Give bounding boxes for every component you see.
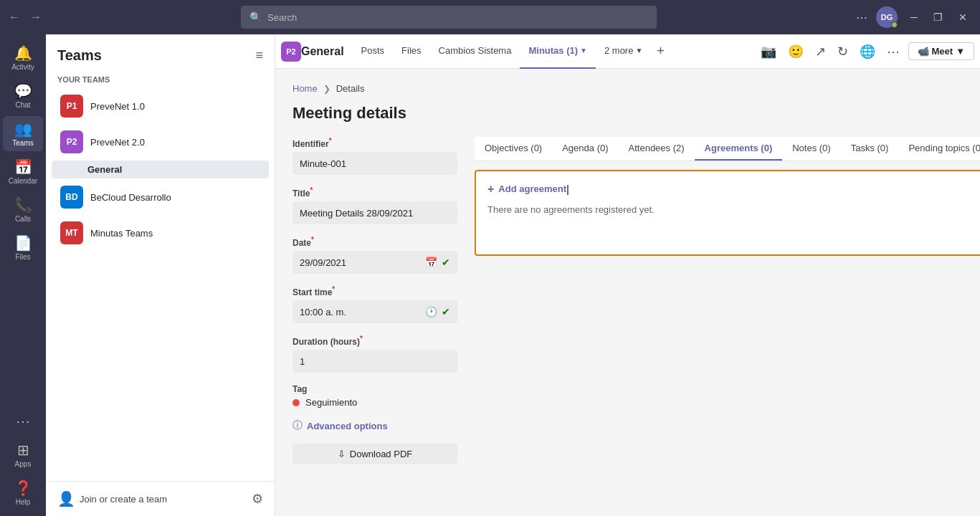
nav-back-button[interactable]: ← bbox=[6, 8, 23, 27]
team-item-becloud[interactable]: BD BeCloud Desarrollo ⋯ bbox=[52, 180, 269, 214]
close-button[interactable]: ✕ bbox=[951, 9, 974, 26]
tab-objectives[interactable]: Objectives (0) bbox=[475, 137, 552, 161]
tag-color-dot bbox=[292, 399, 300, 406]
files-icon: 📄 bbox=[14, 234, 32, 252]
sidebar-item-activity[interactable]: 🔔 Activity bbox=[3, 40, 43, 75]
chat-icon: 💬 bbox=[14, 82, 32, 100]
team-name-becloud: BeCloud Desarrollo bbox=[90, 192, 249, 203]
sidebar-footer: 👤 Join or create a team ⚙ bbox=[46, 481, 275, 516]
app: ← → 🔍 ⋯ DG ─ ❐ ✕ 🔔 Activity bbox=[0, 0, 980, 516]
teams-sidebar: Teams ≡ Your teams P1 PreveNet 1.0 ⋯ P2 … bbox=[46, 34, 275, 516]
agreements-content: + Add agreement There are no agreements … bbox=[475, 161, 980, 264]
breadcrumb-separator: ❯ bbox=[323, 84, 330, 94]
expand-icon[interactable]: ↗ bbox=[812, 41, 829, 62]
more-tab-arrow: ▼ bbox=[635, 47, 642, 54]
advanced-options-label: Advanced options bbox=[307, 421, 388, 431]
sidebar-item-more[interactable]: ⋯ bbox=[3, 408, 43, 434]
add-tab-button[interactable]: + bbox=[651, 44, 670, 59]
tab-cambios[interactable]: Cambios Sistema bbox=[430, 34, 520, 69]
emoji-icon[interactable]: 🙂 bbox=[785, 41, 807, 62]
channel-topbar: P2 General Posts Files Cambios Sistema M… bbox=[275, 34, 980, 69]
no-agreements-text: There are no agreements registered yet. bbox=[487, 204, 980, 215]
tab-more[interactable]: 2 more ▼ bbox=[596, 34, 651, 69]
activity-label: Activity bbox=[11, 63, 34, 71]
image-icon[interactable]: 📷 bbox=[758, 41, 779, 62]
right-panel: Objectives (0) Agenda (0) Attendees (2) … bbox=[475, 137, 980, 464]
tab-attendees[interactable]: Attendees (2) bbox=[619, 137, 695, 161]
details-layout: Identifier* Minute-001 Title* bbox=[292, 137, 963, 464]
sidebar-item-help[interactable]: ❓ Help bbox=[3, 475, 43, 510]
tab-posts[interactable]: Posts bbox=[353, 34, 394, 69]
channel-item-general[interactable]: General bbox=[52, 161, 269, 178]
breadcrumb-home[interactable]: Home bbox=[292, 83, 318, 94]
add-agreement-button[interactable]: + Add agreement bbox=[487, 183, 980, 196]
more-icon: ⋯ bbox=[16, 413, 30, 430]
agreements-panel: + Add agreement There are no agreements … bbox=[475, 170, 980, 256]
tab-notes[interactable]: Notes (0) bbox=[782, 137, 840, 161]
download-pdf-button[interactable]: ⇩ Download PDF bbox=[292, 444, 457, 464]
sidebar-item-teams[interactable]: 👥 Teams bbox=[3, 116, 43, 151]
sidebar-menu-icon[interactable]: ≡ bbox=[255, 48, 263, 63]
breadcrumb-current: Details bbox=[336, 83, 365, 94]
globe-icon[interactable]: 🌐 bbox=[857, 41, 878, 62]
join-team-button[interactable]: 👤 Join or create a team bbox=[57, 490, 167, 507]
title-value: Meeting Details 28/09/2021 bbox=[300, 208, 413, 219]
help-icon: ❓ bbox=[14, 479, 32, 497]
start-time-input[interactable]: 10:00 a. m. 🕐 ✔ bbox=[292, 300, 457, 323]
calls-icon: 📞 bbox=[14, 196, 32, 214]
sidebar-item-calendar[interactable]: 📅 Calendar bbox=[3, 154, 43, 189]
avatar[interactable]: DG bbox=[876, 6, 898, 28]
search-input[interactable] bbox=[267, 12, 648, 23]
tab-files[interactable]: Files bbox=[393, 34, 429, 69]
team-item-minutas[interactable]: MT Minutas Teams ⋯ bbox=[52, 216, 269, 250]
identifier-value: Minute-001 bbox=[300, 158, 346, 169]
sidebar-item-files[interactable]: 📄 Files bbox=[3, 230, 43, 265]
team-name-prevenet1: PreveNet 1.0 bbox=[90, 101, 249, 112]
team-item-prevenet2[interactable]: P2 PreveNet 2.0 ⋯ bbox=[52, 125, 269, 159]
date-input[interactable]: 29/09/2021 📅 ✔ bbox=[292, 251, 457, 274]
date-required: * bbox=[311, 236, 314, 244]
sidebar-settings-icon[interactable]: ⚙ bbox=[252, 491, 263, 507]
date-check-icon: ✔ bbox=[442, 257, 450, 268]
team-item-prevenet1[interactable]: P1 PreveNet 1.0 ⋯ bbox=[52, 89, 269, 123]
search-box[interactable]: 🔍 bbox=[241, 6, 657, 29]
files-label: Files bbox=[15, 253, 30, 261]
avatar-initials: DG bbox=[881, 13, 893, 22]
info-icon: ⓘ bbox=[292, 419, 303, 432]
help-label: Help bbox=[16, 498, 31, 506]
sidebar-item-chat[interactable]: 💬 Chat bbox=[3, 78, 43, 113]
apps-icon: ⊞ bbox=[17, 441, 29, 459]
start-time-required: * bbox=[332, 285, 335, 293]
start-time-label: Start time* bbox=[292, 285, 457, 297]
tab-tasks[interactable]: Tasks (0) bbox=[841, 137, 899, 161]
identifier-input[interactable]: Minute-001 bbox=[292, 152, 457, 175]
sidebar-item-apps[interactable]: ⊞ Apps bbox=[3, 437, 43, 472]
tab-minutas[interactable]: Minutas (1) ▼ bbox=[520, 34, 596, 69]
channel-tabs: Posts Files Cambios Sistema Minutas (1) … bbox=[353, 34, 752, 69]
sidebar-header: Teams ≡ bbox=[46, 34, 275, 71]
title-input[interactable]: Meeting Details 28/09/2021 bbox=[292, 201, 457, 224]
clock-field-icon[interactable]: 🕐 bbox=[425, 306, 437, 317]
meet-button[interactable]: 📹 Meet ▼ bbox=[908, 42, 975, 60]
calendar-field-icon[interactable]: 📅 bbox=[425, 257, 437, 268]
more-options-icon[interactable]: ⋯ bbox=[853, 8, 870, 27]
nav-forward-button[interactable]: → bbox=[27, 8, 44, 27]
channel-more-icon[interactable]: ⋯ bbox=[884, 41, 903, 62]
rail-bottom: ⋯ ⊞ Apps ❓ Help bbox=[3, 408, 43, 510]
minimize-button[interactable]: ─ bbox=[903, 9, 925, 26]
tab-agenda[interactable]: Agenda (0) bbox=[552, 137, 618, 161]
duration-input[interactable]: 1 bbox=[292, 350, 457, 373]
tab-agreements[interactable]: Agreements (0) bbox=[695, 137, 783, 161]
meeting-details-title: Meeting details bbox=[292, 104, 963, 123]
sidebar-section-label: Your teams bbox=[46, 71, 275, 88]
sidebar-item-calls[interactable]: 📞 Calls bbox=[3, 192, 43, 227]
sidebar-title: Teams bbox=[57, 47, 102, 64]
duration-label: Duration (hours)* bbox=[292, 335, 457, 347]
panel-tabs: Objectives (0) Agenda (0) Attendees (2) … bbox=[475, 137, 980, 161]
team-avatar-becloud: BD bbox=[60, 186, 83, 209]
restore-button[interactable]: ❐ bbox=[926, 9, 950, 26]
advanced-options-row[interactable]: ⓘ Advanced options bbox=[292, 419, 457, 432]
refresh-icon[interactable]: ↻ bbox=[834, 41, 851, 62]
duration-value: 1 bbox=[300, 356, 305, 367]
tab-pending[interactable]: Pending topics (0) bbox=[898, 137, 980, 161]
